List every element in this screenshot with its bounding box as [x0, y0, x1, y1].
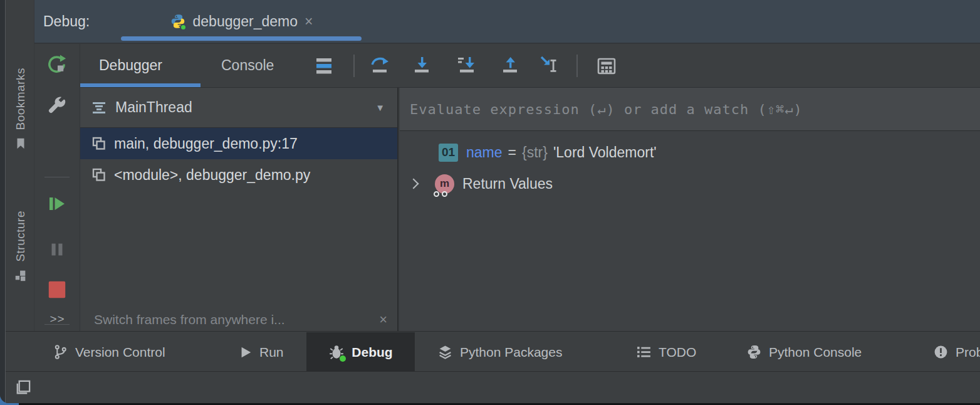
frame-row-module[interactable]: <module>, debugger_demo.py: [80, 159, 397, 191]
method-group-icon: m: [435, 174, 454, 194]
toolbar-item-todo[interactable]: TODO: [636, 332, 696, 371]
todo-list-icon: [636, 344, 652, 360]
inline-watch-badge: 01: [439, 144, 458, 162]
rerun-icon[interactable]: [46, 54, 68, 76]
stack-frame-icon: [91, 136, 107, 151]
debugger-tabs-toolbar: Debugger Console: [80, 44, 980, 88]
evaluate-placeholder: Evaluate expression (↵) or add a watch (…: [410, 102, 803, 117]
evaluate-expression-field[interactable]: Evaluate expression (↵) or add a watch (…: [400, 88, 980, 131]
debug-actions-toolbar: >>: [34, 44, 80, 331]
toolbar-item-debug[interactable]: Debug: [306, 332, 415, 371]
chevron-down-icon: ▼: [375, 102, 385, 113]
running-status-dot: [180, 24, 187, 31]
problems-icon: [933, 344, 949, 360]
bookmark-icon: [14, 137, 28, 150]
thread-icon: [91, 100, 107, 115]
step-over-icon[interactable]: [369, 55, 392, 77]
chevron-right-icon[interactable]: [409, 179, 419, 189]
git-branch-icon: [53, 344, 68, 360]
debug-active-dot: [340, 355, 346, 362]
session-tab-debugger-demo[interactable]: debugger_demo ×: [121, 0, 362, 43]
toolbar-item-python-packages[interactable]: Python Packages: [437, 332, 562, 371]
more-actions-button[interactable]: >>: [34, 312, 80, 326]
toolbar-separator: [353, 55, 355, 77]
close-hint-icon[interactable]: ×: [379, 312, 387, 328]
equals-sign: =: [508, 144, 516, 161]
variable-value: 'Lord Voldemort': [553, 144, 657, 161]
toolbar-item-problems[interactable]: Problems: [933, 332, 980, 371]
frame-row-main[interactable]: main, debugger_demo.py:17: [80, 128, 397, 159]
tab-debugger[interactable]: Debugger: [99, 44, 162, 87]
debug-prefix-label: Debug:: [43, 0, 90, 43]
thread-selector[interactable]: MainThread ▼: [80, 88, 397, 128]
settings-wrench-icon[interactable]: [46, 93, 69, 117]
selected-tab-underline: [80, 83, 201, 87]
toolbar-item-python-console[interactable]: Python Console: [746, 332, 862, 371]
step-into-icon[interactable]: [411, 55, 434, 77]
frames-hint-banner: Switch frames from anywhere i... ×: [80, 306, 397, 331]
frames-view-options-icon[interactable]: [313, 55, 335, 77]
status-bar: [6, 371, 980, 403]
frame-label: <module>, debugger_demo.py: [114, 167, 310, 184]
return-values-row[interactable]: m Return Values: [400, 168, 980, 199]
sidebar-item-structure[interactable]: Structure: [6, 211, 34, 282]
tool-window-layout-icon[interactable]: [13, 378, 33, 397]
python-run-icon: [170, 13, 186, 29]
session-tab-title: debugger_demo: [193, 13, 298, 30]
variables-panel: Evaluate expression (↵) or add a watch (…: [400, 88, 980, 331]
step-out-icon[interactable]: [499, 55, 522, 77]
window-left-edge: [0, 0, 6, 403]
tool-window-bar: Version Control Run Debug: [6, 331, 980, 371]
frame-label: main, debugger_demo.py:17: [114, 135, 298, 152]
sidebar-item-bookmarks[interactable]: Bookmarks: [6, 68, 34, 150]
evaluate-expression-icon[interactable]: [595, 55, 618, 77]
frames-panel: MainThread ▼ main, debugger_demo.py:17 <…: [80, 88, 399, 331]
python-console-icon: [746, 344, 762, 360]
pycharm-debug-tool-window: Bookmarks Structure Debug:: [0, 0, 980, 403]
resume-icon[interactable]: [46, 192, 68, 215]
toolbar-separator: [44, 177, 70, 177]
structure-icon: [14, 268, 28, 282]
tab-console[interactable]: Console: [221, 44, 274, 87]
variable-row-name[interactable]: 01 name = {str} 'Lord Voldemort': [400, 137, 980, 168]
pause-icon[interactable]: [46, 239, 68, 260]
thread-name: MainThread: [115, 99, 192, 116]
hint-text: Switch frames from anywhere i...: [94, 312, 379, 327]
bookmarks-label: Bookmarks: [14, 68, 28, 130]
toolbar-item-run[interactable]: Run: [239, 332, 284, 371]
debug-session-header: Debug: debugger_demo ×: [34, 0, 980, 44]
run-play-icon: [239, 345, 253, 359]
toolbar-separator: [576, 55, 578, 77]
layers-icon: [437, 344, 453, 360]
variable-name: name: [466, 144, 503, 161]
run-to-cursor-icon[interactable]: [539, 55, 561, 77]
return-values-label: Return Values: [462, 176, 553, 192]
stack-frame-icon: [91, 167, 107, 182]
active-tab-underline: [121, 36, 362, 41]
toolbar-item-version-control[interactable]: Version Control: [53, 332, 165, 371]
close-session-icon[interactable]: ×: [305, 14, 313, 29]
bug-icon: [328, 344, 345, 360]
stop-icon[interactable]: [46, 279, 68, 300]
variable-type: {str}: [522, 144, 548, 161]
step-into-my-code-icon[interactable]: [456, 55, 479, 77]
structure-label: Structure: [14, 211, 28, 262]
